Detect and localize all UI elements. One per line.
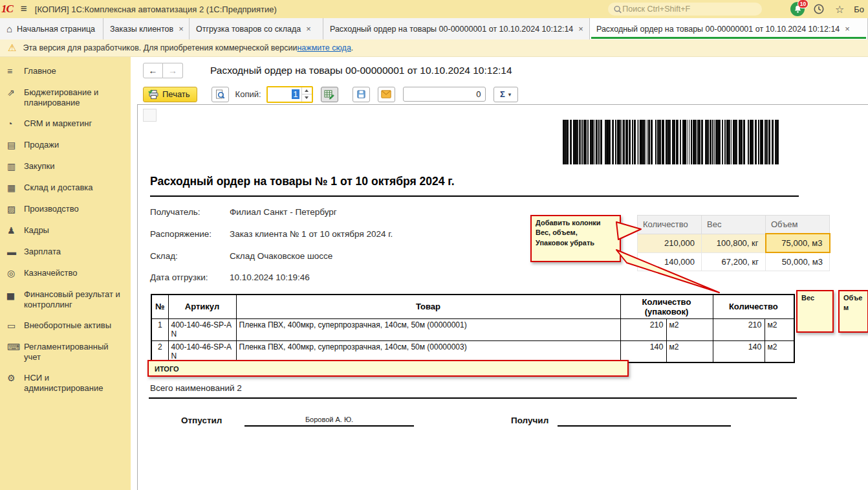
totals-cell[interactable]: 210,000 <box>638 234 702 252</box>
floppy-save-icon <box>356 89 366 99</box>
envelope-icon <box>381 90 391 98</box>
tab-customer-orders[interactable]: Заказы клиентов × <box>103 18 190 39</box>
home-icon: ⌂ <box>6 23 12 34</box>
save-button[interactable] <box>353 87 370 102</box>
barcode <box>563 120 779 164</box>
sidebar-item-hr[interactable]: ♟ Кадры <box>0 220 131 241</box>
annotation-add-columns[interactable]: Добавить колонки Вес, объем, Упаковок уб… <box>530 215 621 262</box>
search-input[interactable] <box>622 5 757 14</box>
goods-table: № Артикул Товар Количество (упаковок) Ко… <box>151 294 795 363</box>
forward-button[interactable]: → <box>163 63 183 78</box>
sidebar-item-main[interactable]: ≡ Главное <box>0 61 131 82</box>
counter-field[interactable] <box>403 87 486 102</box>
close-icon[interactable]: × <box>179 24 184 34</box>
sections-sidebar: ≡ Главное ⇗ Бюджетирование и планировани… <box>0 57 131 490</box>
menu-icon: ≡ <box>7 66 24 77</box>
cart-icon: ▥ <box>7 161 24 172</box>
goods-table-header: № Артикул Товар Количество (упаковок) Ко… <box>151 295 794 318</box>
pie-chart-icon: ◔ <box>7 118 24 129</box>
chevron-down-icon: ▾ <box>508 91 512 98</box>
developer-version-notice: ⚠ Эта версия для разработчиков. Для прио… <box>0 39 868 57</box>
copies-decrement-button[interactable] <box>302 94 312 102</box>
released-signature-line: Боровой А. Ю. <box>244 416 414 427</box>
close-icon[interactable]: × <box>845 24 850 34</box>
totals-mini-table: Количество Вес Объем 210,000 100,800, кг… <box>637 215 830 271</box>
tab-expense-order[interactable]: Расходный ордер на товары 00-00000001 от… <box>323 18 590 39</box>
bar-chart-icon: ▅ <box>7 289 24 300</box>
global-search[interactable] <box>608 3 762 16</box>
print-button[interactable]: Печать <box>143 87 197 102</box>
history-button[interactable] <box>812 3 825 16</box>
totals-cell[interactable]: 67,200, кг <box>702 252 766 271</box>
sidebar-item-production[interactable]: ▨ Производство <box>0 199 131 220</box>
close-icon[interactable]: × <box>306 24 311 34</box>
table-row: 2 400-140-46-SP-AN Пленка ПВХ, 400мкр, с… <box>151 340 794 362</box>
sidebar-item-regulated-accounting[interactable]: ⌨ Регламентированный учет <box>0 337 131 368</box>
printed-doc-title: Расходный ордер на товары № 1 от 10 октя… <box>150 175 455 188</box>
favorites-button[interactable]: ☆ <box>833 3 846 16</box>
close-icon[interactable]: × <box>578 24 583 34</box>
spreadsheet-corner-cell[interactable] <box>143 109 157 122</box>
tab-label: Расходный ордер на товары 00-00000001 от… <box>596 25 840 34</box>
send-email-button[interactable] <box>378 87 395 102</box>
coins-icon: ◎ <box>7 268 24 279</box>
annotation-total[interactable]: ИТОГО <box>147 360 629 377</box>
totals-cell[interactable]: 140,000 <box>638 252 702 271</box>
sum-button[interactable]: Σ ▾ <box>494 87 518 102</box>
totals-header-weight[interactable]: Вес <box>702 216 766 234</box>
sidebar-item-finance[interactable]: ▅ Финансовый результат и контроллинг <box>0 284 131 315</box>
preview-button[interactable] <box>212 87 229 102</box>
1c-logo: 1С <box>0 3 18 16</box>
totals-cell-selected[interactable]: 75,000, м3 <box>766 234 830 252</box>
user-name[interactable]: Бо <box>854 5 864 14</box>
annotation-volume[interactable]: Объем <box>838 290 868 333</box>
received-signature-line <box>558 416 731 427</box>
tab-shipment[interactable]: Отгрузка товаров со склада × <box>190 18 323 39</box>
totals-row: 140,000 67,200, кг 50,000, м3 <box>638 252 830 271</box>
sidebar-item-treasury[interactable]: ◎ Казначейство <box>0 263 131 284</box>
copies-value: 1 <box>268 89 301 99</box>
sidebar-item-administration[interactable]: ⚙ НСИ и администрирование <box>0 368 131 399</box>
person-icon: ♟ <box>7 225 24 236</box>
tab-home[interactable]: ⌂ Начальная страница <box>0 18 103 39</box>
sidebar-item-fixed-assets[interactable]: ▭ Внеоборотные активы <box>0 315 131 337</box>
totals-cell[interactable]: 100,800, кг <box>702 234 766 252</box>
notice-suffix: . <box>351 43 353 52</box>
totals-row: 210,000 100,800, кг 75,000, м3 <box>638 234 830 252</box>
back-button[interactable]: ← <box>143 63 163 78</box>
totals-cell[interactable]: 50,000, м3 <box>766 252 830 271</box>
sidebar-item-sales[interactable]: ▤ Продажи <box>0 135 131 156</box>
printer-icon <box>148 89 158 100</box>
sidebar-item-crm[interactable]: ◔ CRM и маркетинг <box>0 113 131 135</box>
back-arrow-icon: ← <box>149 65 158 76</box>
totals-header-quantity[interactable]: Количество <box>638 216 702 234</box>
warning-icon: ⚠ <box>8 42 16 54</box>
forward-arrow-icon: → <box>168 65 177 76</box>
main-menu-icon[interactable]: ≡ <box>18 3 35 16</box>
sidebar-item-budgeting[interactable]: ⇗ Бюджетирование и планирование <box>0 82 131 113</box>
app-title: [КОПИЯ] 1С:Комплексная автоматизация 2 (… <box>35 5 277 14</box>
copies-increment-button[interactable] <box>302 87 312 95</box>
page-title: Расходный ордер на товары 00-00000001 от… <box>210 65 512 76</box>
tab-label: Отгрузка товаров со склада <box>196 25 301 34</box>
planning-chart-icon: ⇗ <box>7 87 24 98</box>
tab-expense-order-print[interactable]: Расходный ордер на товары 00-00000001 от… <box>590 18 868 39</box>
sidebar-item-payroll[interactable]: ▬ Зарплата <box>0 241 131 263</box>
notifications-button[interactable]: 10 <box>790 2 805 16</box>
sigma-icon: Σ <box>500 89 505 99</box>
total-items-line: Всего наименований 2 <box>150 383 242 393</box>
totals-header-volume[interactable]: Объем <box>766 216 830 234</box>
buy-commercial-link[interactable]: нажмите сюда <box>297 43 351 52</box>
field-receiver: Получатель: Филиал Санкт - Петербург <box>150 207 337 217</box>
field-order-basis: Распоряжение: Заказ клиента № 1 от 10 ок… <box>150 229 393 239</box>
history-clock-icon <box>813 3 825 15</box>
annotation-weight[interactable]: Вес <box>796 290 834 333</box>
calculator-icon: ⌨ <box>7 342 24 353</box>
field-warehouse: Склад: Склад Очаковское шоссе <box>150 251 332 261</box>
sidebar-item-purchasing[interactable]: ▥ Закупки <box>0 156 131 177</box>
sidebar-item-warehouse[interactable]: ▦ Склад и доставка <box>0 177 131 199</box>
copies-stepper[interactable]: 1 <box>266 86 313 103</box>
edit-table-button[interactable] <box>321 87 338 102</box>
preview-icon <box>215 89 225 100</box>
tab-bar: ⌂ Начальная страница Заказы клиентов × О… <box>0 18 868 39</box>
